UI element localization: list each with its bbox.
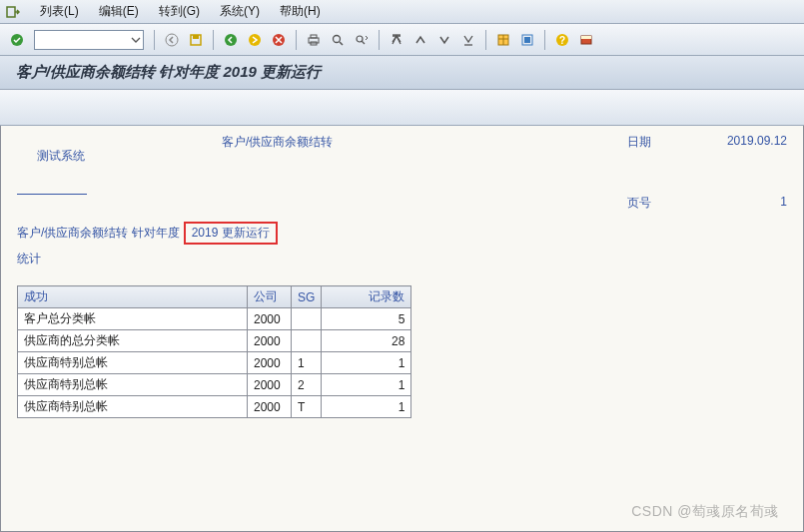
svg-point-10 xyxy=(334,35,341,42)
svg-point-4 xyxy=(225,34,237,46)
find-icon[interactable] xyxy=(327,29,349,51)
col-company: 公司 xyxy=(248,286,292,308)
cell-count: 1 xyxy=(322,396,411,418)
svg-point-1 xyxy=(166,34,178,46)
cell-sg: 2 xyxy=(292,374,322,396)
cell-count: 1 xyxy=(322,352,411,374)
cancel-red-icon[interactable] xyxy=(268,29,290,51)
page-title: 客户/供应商余额结转 针对年度 2019 更新运行 xyxy=(16,63,321,82)
back-icon[interactable] xyxy=(161,29,183,51)
cell-company: 2000 xyxy=(248,374,292,396)
date-value: 2019.09.12 xyxy=(677,134,787,193)
col-count: 记录数 xyxy=(322,286,411,308)
exit-yellow-icon[interactable] xyxy=(244,29,266,51)
application-toolbar xyxy=(0,90,804,126)
cell-name: 供应商特别总帐 xyxy=(18,352,248,374)
print-icon[interactable] xyxy=(303,29,325,51)
svg-line-11 xyxy=(340,42,343,45)
table-row: 供应商的总分类帐200028 xyxy=(18,330,411,352)
cell-sg: 1 xyxy=(292,352,322,374)
table-row: 供应商特别总帐2000T1 xyxy=(18,396,411,418)
cell-company: 2000 xyxy=(248,330,292,352)
cell-name: 客户总分类帐 xyxy=(18,308,248,330)
cell-company: 2000 xyxy=(248,396,292,418)
table-row: 客户总分类帐20005 xyxy=(18,308,411,330)
cell-sg: T xyxy=(292,396,322,418)
separator xyxy=(296,30,297,50)
menu-goto[interactable]: 转到(G) xyxy=(149,3,210,20)
svg-rect-24 xyxy=(581,36,591,39)
cell-name: 供应商的总分类帐 xyxy=(18,330,248,352)
cell-count: 5 xyxy=(322,308,411,330)
cell-sg xyxy=(292,330,322,352)
first-page-icon[interactable] xyxy=(386,29,407,51)
cell-count: 28 xyxy=(322,330,411,352)
result-table: 成功 公司 SG 记录数 客户总分类帐20005供应商的总分类帐200028供应… xyxy=(17,285,411,418)
report-content: 测试系统 客户/供应商余额结转 日期 2019.09.12 页号 1 客户/供应… xyxy=(0,126,804,532)
menu-system[interactable]: 系统(Y) xyxy=(210,3,270,20)
last-page-icon[interactable] xyxy=(457,29,479,51)
table-header: 成功 公司 SG 记录数 xyxy=(18,286,411,308)
table-row: 供应商特别总帐200011 xyxy=(18,352,411,374)
cell-sg xyxy=(292,308,322,330)
layout-icon[interactable] xyxy=(492,29,514,51)
menu-help[interactable]: 帮助(H) xyxy=(270,3,331,20)
toolbar: ? xyxy=(0,24,804,56)
report-heading: 客户/供应商余额结转 xyxy=(222,134,521,193)
col-sg: SG xyxy=(292,286,322,308)
cell-name: 供应商特别总帐 xyxy=(18,396,248,418)
cell-company: 2000 xyxy=(248,308,292,330)
separator xyxy=(213,30,214,50)
menu-list[interactable]: 列表(L) xyxy=(30,3,89,20)
col-success: 成功 xyxy=(18,286,248,308)
separator xyxy=(485,30,486,50)
svg-rect-8 xyxy=(311,35,317,38)
svg-text:?: ? xyxy=(559,35,565,46)
local-layout-icon[interactable] xyxy=(575,29,597,51)
date-label: 日期 xyxy=(627,134,677,193)
highlight-box: 2019 更新运行 xyxy=(184,222,278,245)
find-next-icon[interactable] xyxy=(351,29,373,51)
prev-page-icon[interactable] xyxy=(409,29,431,51)
statistics-label: 统计 xyxy=(17,251,787,267)
svg-line-13 xyxy=(362,41,365,44)
svg-rect-3 xyxy=(193,35,199,39)
separator xyxy=(154,30,155,50)
svg-rect-20 xyxy=(524,37,530,43)
page-title-bar: 客户/供应商余额结转 针对年度 2019 更新运行 xyxy=(0,56,804,90)
cell-company: 2000 xyxy=(248,352,292,374)
cell-name: 供应商特别总帐 xyxy=(18,374,248,396)
save-icon[interactable] xyxy=(185,29,207,51)
back-green-icon[interactable] xyxy=(220,29,242,51)
exit-icon[interactable] xyxy=(4,4,22,20)
cell-count: 1 xyxy=(322,374,411,396)
menu-edit[interactable]: 编辑(E) xyxy=(89,3,149,20)
next-page-icon[interactable] xyxy=(433,29,455,51)
enter-icon[interactable] xyxy=(6,29,28,51)
help-icon[interactable]: ? xyxy=(551,29,573,51)
watermark: CSDN @萄彧原名荀彧 xyxy=(631,503,779,521)
test-system-label: 测试系统 xyxy=(17,134,222,193)
menubar: 列表(L) 编辑(E) 转到(G) 系统(Y) 帮助(H) xyxy=(0,0,804,24)
table-row: 供应商特别总帐200021 xyxy=(18,374,411,396)
line2-left: 客户/供应商余额结转 针对年度 xyxy=(17,225,180,242)
command-field[interactable] xyxy=(34,30,144,50)
settings-icon[interactable] xyxy=(516,29,538,51)
separator xyxy=(379,30,380,50)
separator xyxy=(544,30,545,50)
svg-point-5 xyxy=(249,34,261,46)
page-value: 1 xyxy=(677,195,787,212)
page-label: 页号 xyxy=(627,195,677,212)
